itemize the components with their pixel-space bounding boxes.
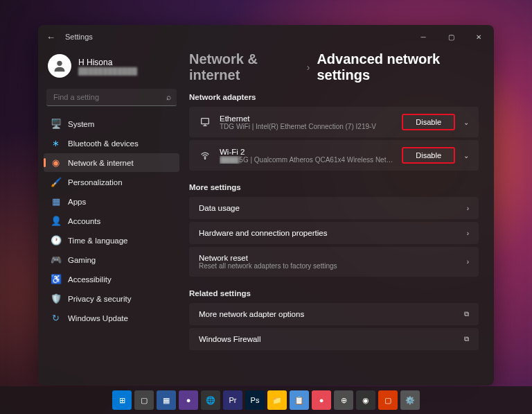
- taskbar-icon[interactable]: ●: [312, 390, 331, 410]
- card-title: Windows Firewall: [199, 335, 456, 343]
- chevron-right-icon: ›: [467, 205, 469, 212]
- breadcrumb-current: Advanced network settings: [317, 51, 479, 83]
- adapter-sub: ████5G | Qualcomm Atheros QCA61x4 Wirele…: [220, 156, 393, 164]
- section-title-related: Related settings: [189, 289, 479, 297]
- taskbar-icon[interactable]: ▦: [157, 390, 176, 410]
- sidebar-item-gaming[interactable]: 🎮Gaming: [44, 250, 179, 269]
- sidebar-item-bluetooth-devices[interactable]: ∗Bluetooth & devices: [44, 134, 179, 153]
- settings-card[interactable]: Network resetReset all network adapters …: [189, 247, 479, 277]
- adapter-title: Ethernet: [220, 114, 393, 123]
- taskbar-icon[interactable]: ◉: [356, 390, 375, 410]
- sidebar: H Hisona ████████████ ⌕ 🖥️System∗Bluetoo…: [38, 49, 185, 386]
- main-content: Network & internet › Advanced network se…: [185, 49, 494, 386]
- chevron-down-icon[interactable]: ⌄: [463, 152, 469, 159]
- card-sub: Reset all network adapters to factory se…: [199, 262, 459, 270]
- sidebar-item-time-language[interactable]: 🕐Time & language: [44, 231, 179, 250]
- taskbar-icon[interactable]: ●: [179, 390, 198, 410]
- taskbar-icon[interactable]: ⊞: [112, 390, 132, 410]
- disable-button[interactable]: Disable: [402, 114, 455, 130]
- related-card[interactable]: Windows Firewall⧉: [189, 328, 479, 350]
- external-link-icon: ⧉: [464, 310, 469, 318]
- nav-icon: 🎮: [51, 255, 61, 265]
- nav-icon: 🕐: [51, 235, 61, 245]
- chevron-right-icon: ›: [467, 230, 469, 237]
- avatar: [48, 54, 71, 78]
- svg-rect-1: [202, 119, 209, 124]
- taskbar-icon[interactable]: ▢: [134, 390, 154, 410]
- disable-button[interactable]: Disable: [402, 147, 455, 164]
- taskbar-icon[interactable]: ⚙️: [400, 390, 420, 410]
- chevron-down-icon[interactable]: ⌄: [463, 119, 469, 126]
- sidebar-item-personalization[interactable]: 🖌️Personalization: [44, 173, 179, 191]
- minimize-button[interactable]: ─: [409, 26, 437, 47]
- chevron-right-icon: ›: [307, 62, 310, 73]
- maximize-button[interactable]: ▢: [437, 26, 465, 47]
- nav-icon: ▦: [51, 196, 61, 207]
- section-title-adapters: Network adapters: [189, 93, 479, 101]
- taskbar-icon[interactable]: 🌐: [201, 390, 220, 410]
- sidebar-item-windows-update[interactable]: ↻Windows Update: [44, 309, 179, 327]
- nav-label: Bluetooth & devices: [68, 139, 139, 148]
- sidebar-item-network-internet[interactable]: ◉Network & internet: [44, 153, 179, 172]
- nav-icon: ♿: [51, 274, 61, 284]
- nav-label: Windows Update: [68, 314, 128, 322]
- taskbar-icon[interactable]: 📁: [267, 390, 287, 410]
- external-link-icon: ⧉: [464, 335, 469, 343]
- nav-icon: ◉: [51, 157, 61, 168]
- sidebar-item-accounts[interactable]: 👤Accounts: [44, 212, 179, 230]
- settings-card[interactable]: Data usage›: [189, 197, 479, 219]
- nav-label: Personalization: [68, 178, 123, 187]
- nav-icon: ∗: [51, 138, 61, 148]
- back-button[interactable]: ←: [46, 32, 55, 42]
- nav-label: System: [68, 120, 94, 128]
- adapter-title: Wi-Fi 2: [220, 148, 393, 156]
- svg-point-2: [204, 158, 205, 159]
- profile-name: H Hisona: [78, 58, 137, 67]
- ethernet-icon: [199, 117, 211, 128]
- related-card[interactable]: More network adapter options⧉: [189, 303, 479, 325]
- settings-window: ← Settings ─ ▢ ✕ H Hisona ████████████: [38, 25, 494, 386]
- breadcrumb-parent[interactable]: Network & internet: [189, 51, 300, 83]
- nav-label: Apps: [68, 198, 86, 206]
- nav-icon: ↻: [51, 313, 61, 323]
- nav-label: Privacy & security: [68, 295, 131, 303]
- nav-icon: 🛡️: [51, 293, 61, 304]
- chevron-right-icon: ›: [467, 258, 469, 266]
- sidebar-item-apps[interactable]: ▦Apps: [44, 192, 179, 211]
- sidebar-item-accessibility[interactable]: ♿Accessibility: [44, 270, 179, 288]
- nav-label: Accounts: [68, 217, 100, 225]
- adapter-card[interactable]: Wi-Fi 2████5G | Qualcomm Atheros QCA61x4…: [189, 140, 479, 171]
- taskbar-icon[interactable]: ▢: [378, 390, 398, 410]
- window-title: Settings: [65, 33, 93, 41]
- card-title: Data usage: [199, 204, 459, 212]
- profile-email: ████████████: [78, 67, 137, 75]
- search-box[interactable]: ⌕: [46, 89, 177, 106]
- breadcrumb: Network & internet › Advanced network se…: [189, 51, 479, 83]
- adapter-card[interactable]: EthernetTDG WiFi | Intel(R) Ethernet Con…: [189, 107, 479, 137]
- nav: 🖥️System∗Bluetooth & devices◉Network & i…: [44, 114, 179, 327]
- taskbar-icon[interactable]: 📋: [290, 390, 309, 410]
- titlebar: ← Settings ─ ▢ ✕: [38, 25, 494, 49]
- wifi-icon: [199, 150, 211, 161]
- taskbar-icon[interactable]: Ps: [245, 390, 265, 410]
- card-title: Hardware and connection properties: [199, 229, 459, 237]
- nav-label: Network & internet: [68, 159, 134, 167]
- search-icon: ⌕: [166, 92, 171, 102]
- taskbar: ⊞▢▦●🌐PrPs📁📋●⊕◉▢⚙️: [0, 386, 532, 414]
- close-button[interactable]: ✕: [465, 26, 493, 47]
- settings-card[interactable]: Hardware and connection properties›: [189, 222, 479, 244]
- search-input[interactable]: [52, 92, 166, 102]
- profile[interactable]: H Hisona ████████████: [44, 49, 179, 87]
- taskbar-icon[interactable]: ⊕: [334, 390, 353, 410]
- nav-label: Accessibility: [68, 275, 112, 284]
- sidebar-item-system[interactable]: 🖥️System: [44, 114, 179, 133]
- svg-point-0: [57, 61, 62, 66]
- sidebar-item-privacy-security[interactable]: 🛡️Privacy & security: [44, 289, 179, 308]
- nav-label: Time & language: [68, 236, 128, 245]
- card-title: Network reset: [199, 254, 459, 262]
- section-title-more: More settings: [189, 183, 479, 191]
- taskbar-icon[interactable]: Pr: [223, 390, 242, 410]
- adapter-sub: TDG WiFi | Intel(R) Ethernet Connection …: [220, 123, 393, 130]
- nav-label: Gaming: [68, 256, 96, 264]
- card-title: More network adapter options: [199, 310, 456, 318]
